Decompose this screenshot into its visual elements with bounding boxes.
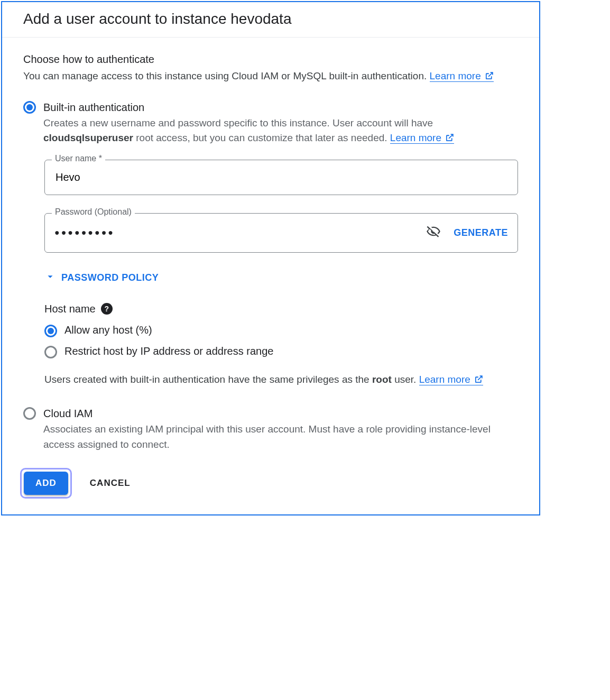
help-icon[interactable]: ? — [101, 303, 113, 315]
note-root: root — [372, 374, 392, 385]
privilege-learn-more-link[interactable]: Learn more — [419, 374, 483, 385]
add-button[interactable]: ADD — [24, 472, 68, 495]
note-pre: Users created with built-in authenticati… — [44, 374, 372, 385]
privilege-note: Users created with built-in authenticati… — [44, 372, 518, 389]
builtin-auth-content: Built-in authentication Creates a new us… — [43, 100, 518, 147]
radio-unselected-icon — [23, 407, 36, 420]
radio-unselected-icon — [44, 346, 57, 358]
host-allow-any-label: Allow any host (%) — [64, 324, 152, 336]
chevron-down-icon — [44, 271, 56, 285]
builtin-desc-pre: Creates a new username and password spec… — [43, 117, 433, 128]
external-link-icon — [445, 132, 454, 147]
auth-subtitle-text: You can manage access to this instance u… — [23, 70, 430, 81]
learn-more-label: Learn more — [430, 70, 481, 81]
cloud-iam-option[interactable]: Cloud IAM Associates an existing IAM pri… — [23, 406, 518, 452]
generate-button[interactable]: GENERATE — [454, 227, 508, 238]
username-field: User name * — [44, 160, 518, 195]
host-allow-any-option[interactable]: Allow any host (%) — [44, 324, 518, 337]
hostname-header: Host name ? — [44, 303, 518, 315]
dialog-header: Add a user account to instance hevodata — [2, 2, 539, 38]
external-link-icon — [485, 70, 494, 85]
username-input[interactable] — [54, 171, 508, 184]
dialog-content: Choose how to authenticate You can manag… — [2, 38, 539, 452]
password-field: Password (Optional) ●●●●●●●●● GENERATE — [44, 213, 518, 253]
hostname-label: Host name — [44, 303, 96, 315]
host-restrict-label: Restrict host by IP address or address r… — [64, 345, 273, 357]
external-link-icon — [474, 373, 483, 389]
cancel-button[interactable]: CANCEL — [87, 477, 134, 489]
builtin-learn-more-label: Learn more — [390, 132, 441, 143]
cloud-iam-content: Cloud IAM Associates an existing IAM pri… — [43, 406, 518, 452]
builtin-auth-option[interactable]: Built-in authentication Creates a new us… — [23, 100, 518, 147]
password-box: ●●●●●●●●● GENERATE — [44, 213, 518, 253]
builtin-learn-more-link[interactable]: Learn more — [390, 132, 454, 144]
note-post: user. — [392, 374, 419, 385]
radio-selected-icon — [44, 325, 57, 337]
privilege-learn-more-label: Learn more — [419, 374, 470, 385]
username-box — [44, 160, 518, 195]
dialog-title: Add a user account to instance hevodata — [23, 11, 518, 27]
auth-section-title: Choose how to authenticate — [23, 53, 518, 66]
username-label: User name * — [52, 154, 105, 163]
builtin-desc-role: cloudsqlsuperuser — [43, 132, 133, 143]
host-restrict-option[interactable]: Restrict host by IP address or address r… — [44, 345, 518, 358]
password-policy-label: PASSWORD POLICY — [61, 272, 159, 283]
builtin-desc-post: root access, but you can customize that … — [133, 132, 390, 143]
dialog-footer: ADD CANCEL — [2, 468, 539, 499]
auth-learn-more-link[interactable]: Learn more — [430, 70, 494, 82]
visibility-off-icon[interactable] — [426, 224, 441, 242]
add-user-dialog: Add a user account to instance hevodata … — [1, 1, 540, 515]
builtin-auth-label: Built-in authentication — [43, 100, 518, 115]
password-label: Password (Optional) — [52, 207, 135, 217]
add-button-highlight: ADD — [20, 468, 72, 499]
builtin-auth-desc: Creates a new username and password spec… — [43, 116, 518, 147]
radio-selected-icon — [23, 101, 36, 114]
cloud-iam-desc: Associates an existing IAM principal wit… — [43, 422, 518, 452]
builtin-form: User name * Password (Optional) ●●●●●●●●… — [44, 160, 518, 389]
password-masked[interactable]: ●●●●●●●●● — [54, 228, 426, 237]
password-policy-toggle[interactable]: PASSWORD POLICY — [44, 271, 518, 285]
auth-section-subtitle: You can manage access to this instance u… — [23, 69, 518, 85]
cloud-iam-label: Cloud IAM — [43, 406, 518, 421]
